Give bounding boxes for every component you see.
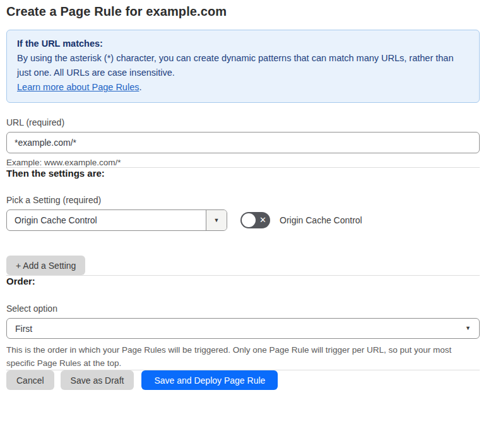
chevron-down-icon: ▼ bbox=[465, 326, 471, 331]
toggle-off-x-icon: ✕ bbox=[259, 212, 266, 228]
info-box-heading: If the URL matches: bbox=[17, 37, 469, 51]
chevron-down-icon: ▼ bbox=[214, 218, 220, 223]
order-select-label: Select option bbox=[6, 304, 480, 314]
order-select[interactable]: First ▼ bbox=[6, 318, 480, 339]
cancel-button[interactable]: Cancel bbox=[6, 370, 54, 390]
origin-cache-toggle-group: ✕ Origin Cache Control bbox=[240, 209, 362, 231]
setting-picker-column: Pick a Setting (required) Origin Cache C… bbox=[6, 195, 227, 231]
url-label: URL (required) bbox=[6, 117, 480, 127]
pick-setting-label: Pick a Setting (required) bbox=[6, 195, 227, 205]
order-select-value: First bbox=[15, 324, 32, 334]
setting-select[interactable]: Origin Cache Control ▼ bbox=[6, 209, 227, 231]
footer-actions: Cancel Save as Draft Save and Deploy Pag… bbox=[6, 370, 480, 390]
pick-setting-field: Pick a Setting (required) Origin Cache C… bbox=[6, 195, 480, 231]
save-and-deploy-button[interactable]: Save and Deploy Page Rule bbox=[141, 370, 278, 390]
add-setting-button[interactable]: + Add a Setting bbox=[6, 256, 85, 275]
url-example-hint: Example: www.example.com/* bbox=[6, 158, 480, 167]
order-help-text: This is the order in which your Page Rul… bbox=[6, 343, 480, 370]
url-input[interactable] bbox=[6, 132, 480, 153]
origin-cache-toggle-label: Origin Cache Control bbox=[280, 215, 362, 225]
order-section-heading: Order: bbox=[6, 276, 480, 286]
toggle-knob bbox=[242, 213, 256, 227]
info-box-body: By using the asterisk (*) character, you… bbox=[17, 51, 459, 80]
save-as-draft-button[interactable]: Save as Draft bbox=[61, 370, 134, 390]
page-title: Create a Page Rule for example.com bbox=[6, 4, 480, 19]
learn-more-link[interactable]: Learn more about Page Rules bbox=[17, 82, 139, 92]
create-page-rule-form: Create a Page Rule for example.com If th… bbox=[0, 0, 486, 448]
setting-select-caret-button[interactable]: ▼ bbox=[206, 210, 227, 230]
url-match-info-box: If the URL matches: By using the asteris… bbox=[6, 30, 480, 103]
info-box-link-line: Learn more about Page Rules. bbox=[17, 80, 469, 95]
setting-select-value: Origin Cache Control bbox=[7, 210, 206, 230]
origin-cache-toggle[interactable]: ✕ bbox=[240, 212, 270, 228]
setting-row: Pick a Setting (required) Origin Cache C… bbox=[6, 195, 480, 231]
link-period: . bbox=[139, 82, 141, 92]
url-field: URL (required) Example: www.example.com/… bbox=[6, 117, 480, 167]
settings-section-heading: Then the settings are: bbox=[6, 168, 480, 179]
